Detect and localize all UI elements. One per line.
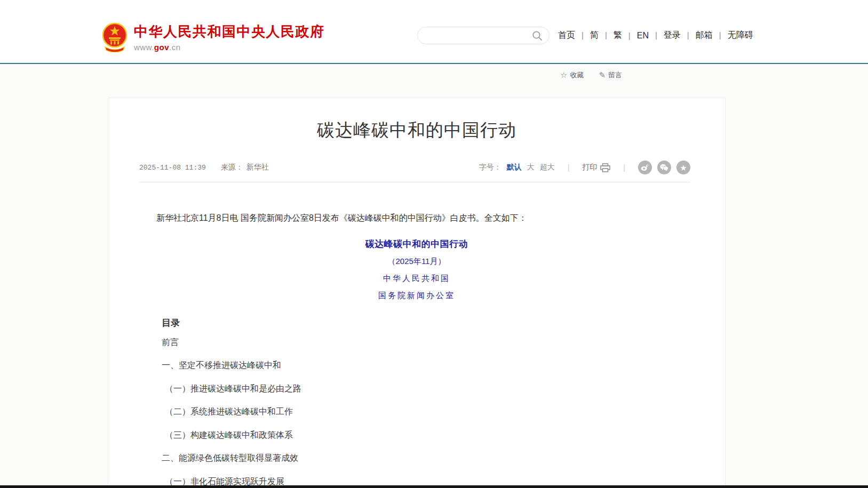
source-value[interactable]: 新华社 (246, 163, 269, 172)
fontsize-option-large[interactable]: 大 (527, 163, 535, 172)
printer-icon (600, 163, 610, 172)
document-heading: 碳达峰碳中和的中国行动 （2025年11月） 中华人民共和国 国务院新闻办公室 (108, 238, 725, 301)
nav-item-4[interactable]: 登录 (649, 30, 681, 41)
site-brand: 中华人民共和国中央人民政府 www.gov.cn (134, 23, 325, 52)
nav-item-1[interactable]: 简 (575, 30, 599, 41)
document-issuer-line2: 国务院新闻办公室 (108, 291, 725, 301)
wechat-share-button[interactable] (657, 161, 671, 174)
toc-item: （一）推进碳达峰碳中和是必由之路 (108, 378, 725, 401)
publish-date: 2025-11-08 11:39 (139, 164, 206, 172)
national-emblem-logo (102, 21, 128, 52)
toc-item: （三）构建碳达峰碳中和政策体系 (108, 424, 725, 447)
nav-item-6[interactable]: 无障碍 (713, 30, 753, 41)
site-url: www.gov.cn (134, 43, 325, 52)
page-title: 碳达峰碳中和的中国行动 (108, 118, 725, 142)
search-box (417, 27, 550, 44)
fontsize-label: 字号： (479, 163, 501, 172)
page: 中华人民共和国中央人民政府 www.gov.cn 首页简繁EN登录邮箱无障碍 ☆… (0, 0, 868, 488)
toc-heading: 目录 (108, 317, 725, 329)
top-nav: 首页简繁EN登录邮箱无障碍 (558, 30, 753, 41)
nav-item-5[interactable]: 邮箱 (681, 30, 713, 41)
fontsize-option-default[interactable]: 默认 (507, 163, 522, 172)
pencil-icon: ✎ (599, 70, 606, 80)
separator: | (623, 163, 625, 172)
nav-item-3[interactable]: EN (622, 31, 649, 41)
star-share-icon: ★ (680, 164, 687, 172)
lead-paragraph: 新华社北京11月8日电 国务院新闻办公室8日发布《碳达峰碳中和的中国行动》白皮书… (139, 211, 690, 225)
message-label: 留言 (608, 70, 622, 80)
star-outline-icon: ☆ (560, 70, 567, 80)
message-button[interactable]: ✎ 留言 (599, 70, 622, 80)
site-header: 中华人民共和国中央人民政府 www.gov.cn 首页简繁EN登录邮箱无障碍 (0, 0, 868, 63)
site-url-prefix: www. (134, 43, 154, 52)
document-issuer-line1: 中华人民共和国 (108, 274, 725, 284)
toc-item: 一、坚定不移推进碳达峰碳中和 (108, 354, 725, 378)
wechat-icon (660, 164, 668, 171)
print-button[interactable]: 打印 (582, 163, 610, 172)
site-url-gov: gov (154, 43, 169, 52)
weibo-share-button[interactable] (638, 161, 652, 174)
article-card: 碳达峰碳中和的中国行动 2025-11-08 11:39 来源： 新华社 字号：… (108, 98, 726, 488)
toc-item: 二、能源绿色低碳转型取得显著成效 (108, 447, 725, 470)
quick-actions: ☆ 收藏 ✎ 留言 (560, 70, 622, 80)
article-meta: 2025-11-08 11:39 来源： 新华社 字号： 默认 大 超大 | 打… (139, 161, 690, 174)
document-date: （2025年11月） (108, 257, 725, 267)
site-title: 中华人民共和国中央人民政府 (134, 23, 325, 39)
nav-item-0[interactable]: 首页 (558, 30, 575, 41)
meta-left: 2025-11-08 11:39 来源： 新华社 (139, 163, 269, 172)
nav-item-2[interactable]: 繁 (599, 30, 622, 41)
source-label: 来源： (221, 163, 243, 172)
meta-divider (139, 182, 690, 182)
document-title: 碳达峰碳中和的中国行动 (108, 238, 725, 250)
search-icon[interactable] (532, 30, 543, 41)
toc-item: 前言 (108, 331, 725, 355)
print-label: 打印 (582, 163, 597, 172)
weibo-icon (641, 164, 649, 171)
search-input[interactable] (418, 28, 532, 43)
meta-right: 字号： 默认 大 超大 | 打印 | (479, 161, 690, 174)
fontsize-option-xlarge[interactable]: 超大 (540, 163, 555, 172)
more-share-button[interactable]: ★ (676, 161, 690, 174)
table-of-contents: 前言一、坚定不移推进碳达峰碳中和（一）推进碳达峰碳中和是必由之路（二）系统推进碳… (108, 331, 725, 488)
separator: | (568, 163, 570, 172)
favorite-label: 收藏 (570, 70, 584, 80)
bottom-edge-bar (0, 485, 868, 488)
site-url-suffix: .cn (169, 43, 181, 52)
favorite-button[interactable]: ☆ 收藏 (560, 70, 584, 80)
header-divider-rule (0, 63, 868, 64)
toc-item: （二）系统推进碳达峰碳中和工作 (108, 401, 725, 424)
